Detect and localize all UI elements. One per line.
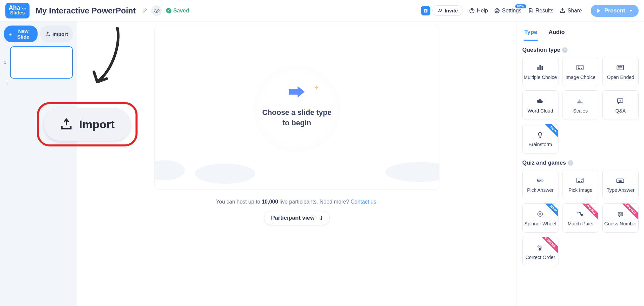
help-icon[interactable]: ? bbox=[562, 47, 568, 53]
card-label: Pick Answer bbox=[527, 187, 553, 193]
slide-thumbnail[interactable] bbox=[10, 46, 73, 79]
card-label: Word Cloud bbox=[528, 108, 553, 114]
help-icon bbox=[469, 8, 475, 14]
svg-rect-24 bbox=[619, 181, 622, 182]
question-type-card[interactable]: Word Cloud bbox=[522, 90, 558, 120]
type-panel: Type Audio Question type ? Multiple Choi… bbox=[517, 21, 644, 306]
results-link[interactable]: Results bbox=[528, 8, 553, 14]
slide-canvas: ✦ ✦ Choose a slide type to begin bbox=[154, 25, 439, 189]
section-quiz-games: Quiz and games ? bbox=[522, 160, 639, 166]
section-question-type: Question type ? bbox=[522, 47, 639, 53]
check-icon: ✓ bbox=[166, 8, 171, 13]
svg-point-12 bbox=[578, 67, 580, 68]
tab-audio[interactable]: Audio bbox=[548, 26, 565, 41]
question-type-card[interactable]: ?Q&A bbox=[602, 90, 639, 120]
header: Aha Slides My Interactive PowerPoint ✓ S… bbox=[0, 0, 644, 21]
owner-avatar-icon[interactable] bbox=[421, 6, 430, 15]
svg-point-20 bbox=[618, 180, 619, 181]
participant-info: You can host up to 10,000 live participa… bbox=[216, 199, 378, 205]
question-type-card[interactable]: Open Ended bbox=[602, 57, 639, 86]
svg-point-3 bbox=[439, 9, 440, 10]
question-type-card[interactable]: Multiple Choice bbox=[522, 57, 558, 86]
svg-point-18 bbox=[582, 179, 583, 180]
quiz-card[interactable]: 99Guess NumberCOMING bbox=[602, 203, 639, 233]
results-icon bbox=[528, 8, 534, 14]
card-icon bbox=[536, 130, 545, 139]
gear-icon bbox=[494, 8, 500, 14]
invite-button[interactable]: Invite bbox=[432, 5, 463, 16]
preview-icon[interactable] bbox=[151, 5, 162, 16]
question-type-card[interactable]: Image Choice bbox=[562, 57, 599, 86]
card-icon bbox=[576, 176, 585, 185]
header-actions: Invite Help Settings NEW Results Share P… bbox=[421, 5, 639, 17]
card-icon bbox=[616, 176, 625, 185]
svg-rect-10 bbox=[541, 66, 543, 70]
quiz-card[interactable]: 123Correct OrderCOMING bbox=[522, 237, 558, 266]
chevron-down-icon bbox=[629, 10, 633, 12]
card-icon bbox=[536, 63, 545, 72]
question-type-card[interactable]: Scales bbox=[562, 90, 599, 120]
quiz-card[interactable]: Pick Image bbox=[562, 170, 599, 199]
question-type-card[interactable]: BrainstormNEW bbox=[522, 124, 558, 154]
svg-point-21 bbox=[619, 180, 620, 181]
card-label: Open Ended bbox=[607, 75, 634, 80]
edit-title-icon[interactable] bbox=[139, 5, 150, 16]
card-icon bbox=[536, 97, 545, 105]
import-callout: Import bbox=[37, 102, 138, 146]
share-link[interactable]: Share bbox=[559, 8, 582, 14]
settings-link[interactable]: Settings NEW bbox=[494, 8, 522, 14]
card-icon bbox=[576, 63, 585, 72]
slide-number: 1 bbox=[4, 60, 7, 65]
slide-item[interactable]: 1 bbox=[4, 46, 73, 79]
card-icon: 99 bbox=[616, 210, 625, 218]
svg-point-26 bbox=[539, 213, 541, 215]
new-slide-button[interactable]: + New Slide bbox=[4, 26, 38, 42]
card-label: Guess Number bbox=[604, 221, 637, 226]
card-icon bbox=[536, 176, 545, 185]
share-icon bbox=[559, 8, 566, 14]
quiz-card[interactable]: Type Answer bbox=[602, 170, 639, 199]
annotation-arrow-icon bbox=[87, 25, 124, 92]
svg-point-29 bbox=[582, 215, 584, 216]
import-button[interactable]: Import bbox=[40, 26, 73, 42]
svg-text:3: 3 bbox=[539, 248, 540, 251]
quiz-card[interactable]: Spinner WheelNEW bbox=[522, 203, 558, 233]
participant-view-button[interactable]: Participant view bbox=[264, 211, 329, 225]
play-icon bbox=[597, 8, 600, 13]
logo[interactable]: Aha Slides bbox=[5, 3, 30, 18]
svg-text:2: 2 bbox=[540, 247, 542, 249]
card-icon bbox=[576, 97, 585, 105]
svg-point-22 bbox=[620, 180, 621, 181]
quiz-card[interactable]: Pick Answer bbox=[522, 170, 558, 199]
smile-icon bbox=[21, 6, 26, 9]
upload-icon bbox=[60, 118, 73, 131]
help-icon[interactable]: ? bbox=[568, 160, 573, 166]
card-label: Type Answer bbox=[607, 187, 635, 193]
slide-more-icon[interactable]: ⋮ bbox=[4, 81, 10, 84]
card-label: Match Pairs bbox=[568, 221, 593, 226]
import-big-button[interactable]: Import bbox=[44, 108, 130, 141]
tab-type[interactable]: Type bbox=[524, 26, 538, 41]
presentation-title[interactable]: My Interactive PowerPoint bbox=[36, 6, 136, 15]
svg-point-5 bbox=[472, 12, 472, 12]
help-link[interactable]: Help bbox=[469, 8, 488, 14]
upload-icon bbox=[45, 31, 50, 37]
card-label: Pick Image bbox=[569, 187, 593, 193]
svg-point-2 bbox=[425, 10, 426, 11]
invite-icon bbox=[437, 8, 443, 13]
main-area: Import ✦ ✦ Choose a slide type to begin … bbox=[77, 21, 517, 306]
quiz-card[interactable]: Match PairsCOMING bbox=[562, 203, 599, 233]
card-label: Image Choice bbox=[566, 75, 595, 80]
slide-rail: + New Slide Import 1 ⋮ bbox=[0, 21, 77, 306]
contact-us-link[interactable]: Contact us bbox=[351, 199, 376, 205]
svg-point-0 bbox=[156, 10, 158, 11]
svg-rect-9 bbox=[539, 65, 541, 70]
canvas-placeholder: Choose a slide type to begin bbox=[262, 107, 332, 128]
svg-text:99: 99 bbox=[619, 213, 622, 216]
card-label: Q&A bbox=[615, 108, 626, 114]
plus-icon: + bbox=[9, 31, 12, 37]
svg-text:1: 1 bbox=[538, 245, 539, 248]
card-icon bbox=[536, 210, 545, 218]
svg-point-23 bbox=[622, 180, 622, 181]
present-button[interactable]: Present bbox=[591, 5, 639, 17]
